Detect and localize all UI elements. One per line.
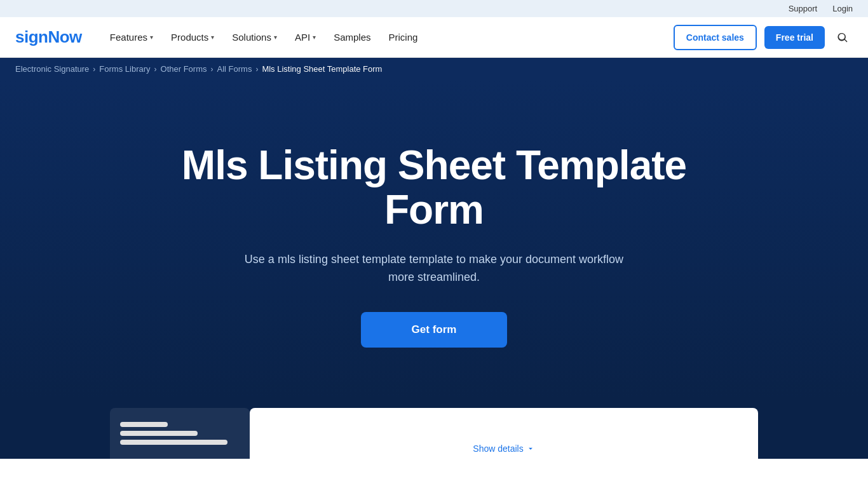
nav-products[interactable]: Products ▾ <box>163 27 222 48</box>
api-chevron-icon: ▾ <box>313 34 316 41</box>
hero-subtitle: Use a mls listing sheet template templat… <box>243 250 625 287</box>
breadcrumb-sep-2: › <box>154 65 157 74</box>
nav-solutions[interactable]: Solutions ▾ <box>224 27 285 48</box>
nav-links: Features ▾ Products ▾ Solutions ▾ API ▾ … <box>102 27 674 48</box>
preview-main: Show details <box>250 408 758 459</box>
breadcrumb-electronic-signature[interactable]: Electronic Signature <box>15 64 89 74</box>
show-details-link[interactable]: Show details <box>473 444 534 454</box>
navbar: signNow Features ▾ Products ▾ Solutions … <box>0 17 868 58</box>
solutions-chevron-icon: ▾ <box>274 34 277 41</box>
logo-text: signNow <box>15 27 82 46</box>
chevron-down-icon <box>526 444 535 453</box>
free-trial-button[interactable]: Free trial <box>764 26 825 49</box>
breadcrumb-other-forms[interactable]: Other Forms <box>161 64 207 74</box>
search-button[interactable] <box>832 27 853 48</box>
products-chevron-icon: ▾ <box>211 34 214 41</box>
hero-section: Mls Listing Sheet Template Form Use a ml… <box>0 80 868 398</box>
nav-api[interactable]: API ▾ <box>287 27 323 48</box>
breadcrumb-sep-4: › <box>255 65 258 74</box>
form-lines-left <box>110 417 250 450</box>
form-line <box>120 440 227 445</box>
nav-samples[interactable]: Samples <box>326 27 378 48</box>
nav-pricing[interactable]: Pricing <box>381 27 426 48</box>
search-icon <box>836 31 849 44</box>
features-chevron-icon: ▾ <box>150 34 153 41</box>
breadcrumb-forms-library[interactable]: Forms Library <box>99 64 150 74</box>
breadcrumb: Electronic Signature › Forms Library › O… <box>0 58 868 80</box>
nav-features[interactable]: Features ▾ <box>102 27 161 48</box>
breadcrumb-current: Mls Listing Sheet Template Form <box>262 64 382 74</box>
top-bar: Support Login <box>0 0 868 17</box>
login-link[interactable]: Login <box>832 4 853 13</box>
form-line <box>120 422 168 427</box>
logo[interactable]: signNow <box>15 27 82 47</box>
preview-card-left <box>110 408 250 459</box>
contact-sales-button[interactable]: Contact sales <box>674 25 757 50</box>
form-line <box>120 431 198 436</box>
breadcrumb-all-forms[interactable]: All Forms <box>217 64 252 74</box>
support-link[interactable]: Support <box>789 4 818 13</box>
breadcrumb-sep-1: › <box>93 65 95 74</box>
preview-strip: Show details <box>0 398 868 459</box>
nav-actions: Contact sales Free trial <box>674 25 853 50</box>
hero-title: Mls Listing Sheet Template Form <box>180 143 688 233</box>
get-form-button[interactable]: Get form <box>361 312 508 348</box>
breadcrumb-sep-3: › <box>211 65 214 74</box>
